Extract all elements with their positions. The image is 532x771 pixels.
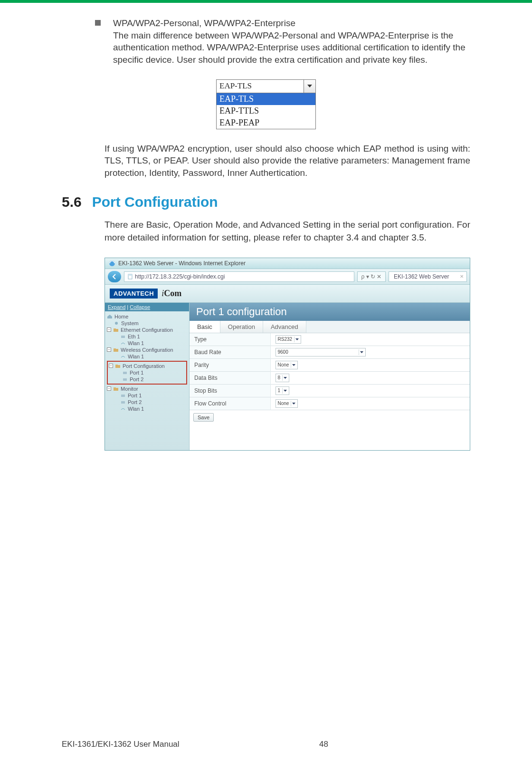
eap-dropdown[interactable]: EAP-TLS (216, 79, 316, 93)
folder-icon (113, 347, 119, 352)
tree-monitor-wlan1[interactable]: Wlan 1 (107, 405, 187, 412)
eap-paragraph: If using WPA/WPA2 encryption, user shoul… (104, 143, 470, 179)
label-baud: Baud Rate (190, 346, 270, 358)
tree-monitor-port1[interactable]: Port 1 (107, 392, 187, 399)
ie-icon (109, 260, 115, 267)
page-icon (127, 274, 133, 279)
collapse-link[interactable]: Collapse (130, 304, 150, 310)
chevron-down-icon (282, 388, 288, 394)
browser-address-row: http://172.18.3.225/cgi-bin/index.cgi ρ … (105, 269, 470, 285)
label-databits: Data Bits (190, 371, 270, 384)
collapse-toggle-icon[interactable]: − (107, 386, 111, 391)
label-parity: Parity (190, 358, 270, 371)
address-url: http://172.18.3.225/cgi-bin/index.cgi (135, 273, 225, 280)
brand-logo: ADVANTECH (110, 289, 158, 299)
svg-rect-9 (114, 348, 116, 349)
tree-port2[interactable]: Port 2 (109, 376, 185, 383)
svg-rect-17 (121, 401, 125, 404)
chevron-down-icon[interactable] (304, 80, 315, 93)
search-controls-text: ρ ▾ ↻ ✕ (361, 273, 382, 280)
expand-link[interactable]: Expand (108, 304, 125, 310)
select-parity[interactable]: None (276, 361, 298, 369)
bullet-title: WPA/WPA2-Personal, WPA/WPA2-Enterprise (113, 17, 470, 29)
browser-tab[interactable]: EKI-1362 Web Server ✕ (389, 271, 467, 282)
bullet-body: The main difference between WPA/WPA2-Per… (113, 29, 470, 66)
search-refresh-controls[interactable]: ρ ▾ ↻ ✕ (357, 271, 386, 282)
section-number: 5.6 (62, 194, 82, 210)
browser-tab-label: EKI-1362 Web Server (394, 273, 449, 280)
close-icon[interactable]: ✕ (460, 274, 464, 279)
brand-sub: iCom (162, 289, 181, 299)
browser-title-text: EKI-1362 Web Server - Windows Internet E… (118, 260, 246, 267)
tree-system[interactable]: System (107, 320, 187, 327)
svg-point-0 (109, 260, 115, 266)
wlan-icon (120, 341, 126, 346)
select-baud[interactable]: 9600 (276, 348, 366, 357)
tree-port1[interactable]: Port 1 (109, 369, 185, 376)
config-tabs: Basic Operation Advanced (190, 321, 470, 333)
tree-ethernet-cfg[interactable]: − Ethernet Configuration (107, 327, 187, 333)
svg-rect-6 (114, 328, 116, 329)
label-type: Type (190, 333, 270, 346)
browser-window: EKI-1362 Web Server - Windows Internet E… (104, 258, 470, 451)
tab-operation[interactable]: Operation (220, 321, 263, 333)
select-stopbits[interactable]: 1 (276, 386, 290, 395)
config-table: Type RS232 Baud Rate 9600 Parity None (190, 333, 470, 410)
svg-rect-13 (123, 378, 127, 381)
eap-dropdown-value: EAP-TLS (217, 80, 304, 93)
row-databits: Data Bits 8 (190, 371, 470, 384)
row-stopbits: Stop Bits 1 (190, 384, 470, 397)
tab-advanced[interactable]: Advanced (263, 321, 306, 333)
eap-option-ttls[interactable]: EAP-TTLS (217, 105, 315, 117)
svg-rect-12 (123, 372, 127, 374)
tree-monitor-port2[interactable]: Port 2 (107, 399, 187, 405)
brand-bar: ADVANTECH iCom (105, 285, 470, 303)
tree-monitor[interactable]: − Monitor (107, 386, 187, 392)
collapse-toggle-icon[interactable]: − (107, 347, 111, 352)
select-databits[interactable]: 8 (276, 374, 290, 382)
tab-basic[interactable]: Basic (190, 321, 220, 333)
back-button[interactable] (108, 271, 121, 282)
tree-home[interactable]: Home (107, 313, 187, 320)
label-stopbits: Stop Bits (190, 384, 270, 397)
section-heading: 5.6 Port Configuration (62, 194, 470, 210)
row-baud: Baud Rate 9600 (190, 346, 470, 358)
save-button[interactable]: Save (193, 413, 214, 422)
home-icon (107, 314, 113, 319)
footer-doc-title: EKI-1361/EKI-1362 User Manual (62, 740, 180, 749)
wlan-icon (120, 354, 126, 359)
eap-dropdown-figure: EAP-TLS EAP-TLS EAP-TTLS EAP-PEAP (216, 79, 316, 129)
wlan-icon (120, 406, 126, 411)
chevron-down-icon (291, 362, 296, 368)
collapse-toggle-icon[interactable]: − (107, 328, 111, 332)
port-icon (120, 400, 126, 405)
main-panel: Port 1 configuration Basic Operation Adv… (190, 303, 470, 450)
port-icon (122, 370, 128, 375)
tree-port-cfg[interactable]: − Port Configuration (109, 363, 185, 369)
tree-wlan1-wifi[interactable]: Wlan 1 (107, 353, 187, 360)
main-title: Port 1 configuration (190, 303, 470, 321)
tree-wlan1-eth[interactable]: Wlan 1 (107, 340, 187, 347)
svg-rect-15 (114, 387, 116, 388)
page-footer: EKI-1361/EKI-1362 User Manual 48 . (62, 740, 470, 749)
bullet-square-icon (95, 20, 101, 26)
bullet-wpa: WPA/WPA2-Personal, WPA/WPA2-Enterprise T… (95, 17, 470, 66)
row-parity: Parity None (190, 358, 470, 371)
label-flow: Flow Control (190, 397, 270, 410)
select-type[interactable]: RS232 (276, 335, 302, 344)
sidebar-tree: Home System − Ethernet Configuration (105, 311, 189, 416)
select-flow[interactable]: None (276, 399, 298, 408)
collapse-toggle-icon[interactable]: − (109, 364, 113, 368)
section-title: Port Configuration (92, 194, 218, 210)
svg-rect-2 (128, 274, 132, 276)
chevron-down-icon (359, 349, 364, 355)
footer-page-number: 48 (319, 740, 328, 749)
sidebar: Expand | Collapse Home System − (105, 303, 190, 450)
address-bar[interactable]: http://172.18.3.225/cgi-bin/index.cgi (124, 271, 354, 282)
tree-wireless-cfg[interactable]: − Wireless Configuration (107, 347, 187, 353)
gear-icon (114, 321, 119, 326)
eap-option-peap[interactable]: EAP-PEAP (217, 117, 315, 129)
port-icon (120, 334, 126, 339)
eap-option-tls[interactable]: EAP-TLS (217, 93, 315, 105)
tree-eth1[interactable]: Eth 1 (107, 333, 187, 340)
